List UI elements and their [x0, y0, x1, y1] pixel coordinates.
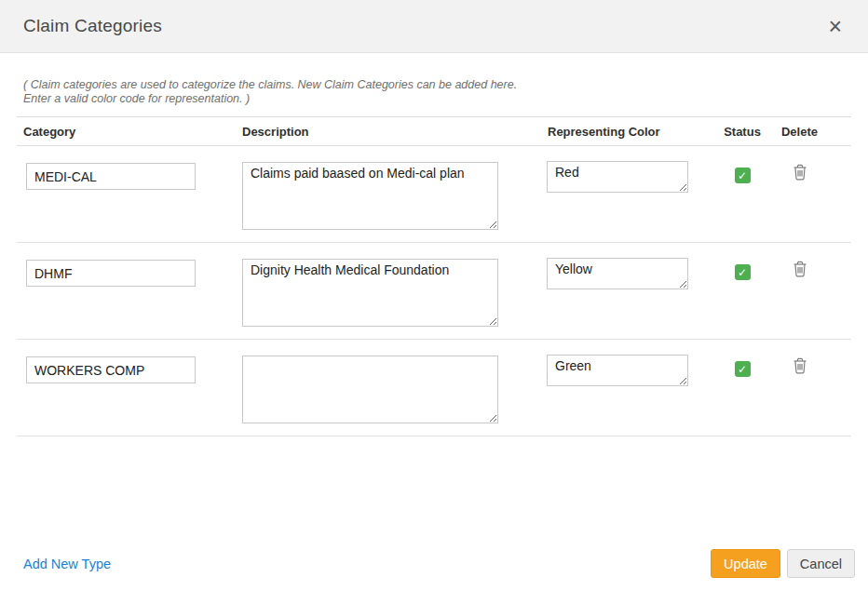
table-row: Green ✓: [17, 340, 851, 436]
status-checkbox[interactable]: ✓: [735, 264, 751, 280]
check-icon: ✓: [738, 267, 747, 278]
description-textarea[interactable]: Claims paid baased on Medi-cal plan: [242, 162, 498, 230]
instructions-line-1: ( Claim categories are used to categoriz…: [23, 78, 845, 92]
status-checkbox[interactable]: ✓: [735, 168, 751, 183]
dialog-header: Claim Categories ×: [0, 0, 868, 53]
claim-categories-table: Category Description Representing Color …: [17, 116, 851, 436]
description-textarea[interactable]: Dignity Health Medical Foundation: [242, 259, 498, 327]
representing-color-textarea[interactable]: Yellow: [547, 258, 688, 289]
delete-button[interactable]: [793, 357, 807, 377]
instructions-text: ( Claim categories are used to categoriz…: [23, 78, 845, 106]
status-checkbox[interactable]: ✓: [735, 361, 751, 377]
instructions-line-2: Enter a valid color code for representat…: [23, 92, 845, 106]
column-header-representing-color: Representing Color: [547, 125, 711, 139]
representing-color-textarea[interactable]: Red: [547, 161, 688, 193]
category-input[interactable]: [26, 260, 196, 287]
column-header-delete: Delete: [781, 125, 818, 139]
trash-icon: [793, 164, 807, 181]
column-header-status: Status: [724, 125, 761, 139]
delete-button[interactable]: [793, 261, 807, 280]
trash-icon: [793, 261, 807, 277]
table-row: Claims paid baased on Medi-cal plan Red …: [17, 146, 851, 243]
column-header-description: Description: [242, 125, 547, 139]
close-icon[interactable]: ×: [822, 13, 848, 40]
cancel-button[interactable]: Cancel: [787, 549, 855, 578]
table-header-row: Category Description Representing Color …: [17, 117, 851, 146]
add-new-type-link[interactable]: Add New Type: [23, 557, 111, 571]
column-header-category: Category: [17, 125, 242, 139]
delete-button[interactable]: [793, 164, 807, 183]
check-icon: ✓: [738, 170, 747, 181]
update-button[interactable]: Update: [711, 549, 780, 578]
description-textarea[interactable]: [242, 356, 498, 423]
table-row: Dignity Health Medical Foundation Yellow…: [17, 243, 851, 340]
category-input[interactable]: [26, 163, 196, 190]
check-icon: ✓: [738, 364, 747, 375]
dialog-footer: Add New Type Update Cancel: [0, 549, 868, 578]
dialog-title: Claim Categories: [23, 16, 162, 36]
category-input[interactable]: [26, 356, 196, 383]
trash-icon: [793, 357, 807, 374]
representing-color-textarea[interactable]: Green: [547, 355, 688, 386]
